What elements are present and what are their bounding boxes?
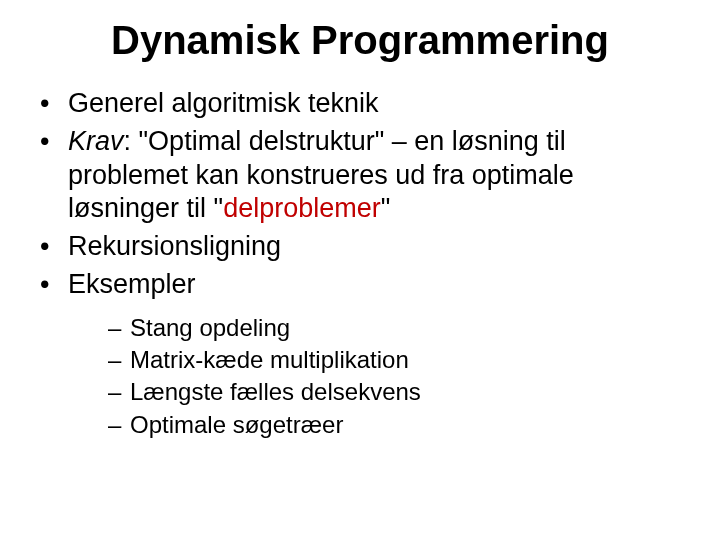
bullet-item: Rekursionsligning [40, 230, 680, 264]
bullet-list: Generel algoritmisk teknik Krav: "Optima… [40, 87, 680, 441]
sub-bullet-item: Længste fælles delsekvens [108, 376, 680, 408]
sub-bullet-text: Længste fælles delsekvens [130, 378, 421, 405]
slide: Dynamisk Programmering Generel algoritmi… [0, 0, 720, 540]
sub-bullet-item: Optimale søgetræer [108, 409, 680, 441]
sub-bullet-text: Stang opdeling [130, 314, 290, 341]
bullet-text: Generel algoritmisk teknik [68, 88, 379, 118]
sub-bullet-item: Stang opdeling [108, 312, 680, 344]
sub-bullet-text: Matrix-kæde multiplikation [130, 346, 409, 373]
bullet-item: Krav: "Optimal delstruktur" – en løsning… [40, 125, 680, 226]
sub-bullet-item: Matrix-kæde multiplikation [108, 344, 680, 376]
bullet-text: Eksempler [68, 269, 196, 299]
highlight-delproblemer: delproblemer [223, 193, 381, 223]
bullet-item: Eksempler Stang opdeling Matrix-kæde mul… [40, 268, 680, 441]
slide-title: Dynamisk Programmering [40, 18, 680, 63]
sub-bullet-list: Stang opdeling Matrix-kæde multiplikatio… [68, 312, 680, 442]
bullet-text: " [381, 193, 391, 223]
bullet-text: Rekursionsligning [68, 231, 281, 261]
bullet-label-krav: Krav [68, 126, 124, 156]
bullet-item: Generel algoritmisk teknik [40, 87, 680, 121]
sub-bullet-text: Optimale søgetræer [130, 411, 343, 438]
